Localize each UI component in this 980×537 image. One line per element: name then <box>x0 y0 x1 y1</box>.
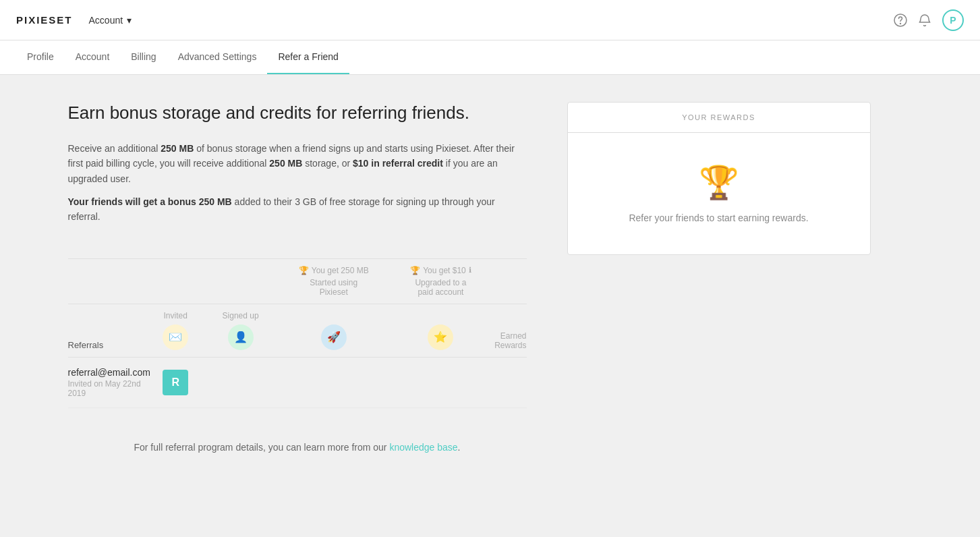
tab-refer-a-friend[interactable]: Refer a Friend <box>267 40 349 74</box>
signedup-label: Signed up <box>200 311 280 320</box>
rewards-header: YOUR REWARDS <box>568 103 870 133</box>
referral-earned-cell <box>494 357 526 407</box>
envelope-icon: ✉️ <box>163 324 188 350</box>
col-using-header: 🏆 You get 250 MB Started using Pixieset <box>281 258 387 304</box>
bold-250mb-1: 250 MB <box>161 143 194 154</box>
col-earned-header <box>494 258 526 304</box>
content-layout: Earn bonus storage and credits for refer… <box>68 102 913 453</box>
referral-avatar: R <box>163 370 188 395</box>
col-using-icon-cell: 🚀 <box>281 304 387 357</box>
referrals-table: 🏆 You get 250 MB Started using Pixieset … <box>68 258 527 408</box>
referral-avatar-cell: R <box>150 357 201 407</box>
referral-date: Invited on May 22nd 2019 <box>68 379 150 398</box>
tab-account[interactable]: Account <box>65 40 121 74</box>
col-referrals-empty <box>68 258 150 304</box>
col-invited-icon-cell: Invited ✉️ <box>150 304 201 357</box>
footer-prefix: For full referral program details, you c… <box>134 442 389 453</box>
content-left: Earn bonus storage and credits for refer… <box>68 102 527 453</box>
col-earned-rewards-label: Earned Rewards <box>494 304 526 357</box>
col-signedup-icon-cell: Signed up 👤 <box>200 304 280 357</box>
table-icon-row: Referrals Invited ✉️ Signed up 👤 🚀 <box>68 304 527 357</box>
question-icon <box>894 13 907 27</box>
chevron-down-icon: ▾ <box>127 15 132 26</box>
rewards-box: YOUR REWARDS 🏆 Refer your friends to sta… <box>567 102 871 255</box>
help-button[interactable] <box>894 13 907 27</box>
referral-email: referral@email.com <box>68 367 150 378</box>
trophy-icon-upgraded: 🏆 <box>410 266 420 275</box>
desc-paragraph-1: Receive an additional 250 MB of bonus st… <box>68 141 527 186</box>
rewards-body: 🏆 Refer your friends to start earning re… <box>568 133 870 254</box>
col-referrals-label: Referrals <box>68 304 150 357</box>
notifications-button[interactable] <box>918 13 931 27</box>
trophy-large-icon: 🏆 <box>699 164 739 202</box>
col-upgraded-sub: Upgraded to a paid account <box>387 278 494 297</box>
footer-text: For full referral program details, you c… <box>68 442 527 453</box>
nav-tabs: Profile Account Billing Advanced Setting… <box>0 40 980 75</box>
col-signedup-header <box>200 258 280 304</box>
col-using-reward: 🏆 You get 250 MB <box>281 266 387 275</box>
logo: PIXIESET <box>16 14 73 26</box>
col-upgraded-header: 🏆 You get $10 ℹ Upgraded to a paid accou… <box>387 258 494 304</box>
col-upgraded-icon-cell: ⭐ <box>387 304 494 357</box>
col-invited-header <box>150 258 201 304</box>
tab-billing[interactable]: Billing <box>120 40 167 74</box>
header: PIXIESET Account ▾ P <box>0 0 980 40</box>
header-left: PIXIESET Account ▾ <box>16 14 132 26</box>
referral-upgraded-cell <box>387 357 494 407</box>
footer-suffix: . <box>458 442 461 453</box>
bold-friends-bonus: Your friends will get a bonus 250 MB <box>68 196 232 207</box>
referral-signedup-cell <box>200 357 280 407</box>
bell-icon <box>918 13 931 27</box>
referrals-section: 🏆 You get 250 MB Started using Pixieset … <box>68 258 527 408</box>
col-upgraded-reward: 🏆 You get $10 ℹ <box>387 266 494 275</box>
header-right: P <box>894 9 964 31</box>
tab-profile[interactable]: Profile <box>16 40 65 74</box>
referral-info: referral@email.com Invited on May 22nd 2… <box>68 357 150 407</box>
user-avatar[interactable]: P <box>942 9 964 31</box>
invited-label: Invited <box>150 311 201 320</box>
table-row: referral@email.com Invited on May 22nd 2… <box>68 357 527 407</box>
account-menu-label: Account <box>89 15 123 26</box>
main-content: Earn bonus storage and credits for refer… <box>52 75 929 480</box>
star-icon: ⭐ <box>428 324 453 350</box>
trophy-icon-using: 🏆 <box>299 266 309 275</box>
col-using-sub: Started using Pixieset <box>281 278 387 297</box>
rewards-panel: YOUR REWARDS 🏆 Refer your friends to sta… <box>567 102 871 255</box>
rocket-icon: 🚀 <box>321 324 347 350</box>
desc-paragraph-2: Your friends will get a bonus 250 MB add… <box>68 194 527 225</box>
referral-using-cell <box>281 357 387 407</box>
info-icon[interactable]: ℹ <box>469 266 471 275</box>
svg-point-1 <box>900 23 901 24</box>
page-heading: Earn bonus storage and credits for refer… <box>68 102 527 125</box>
bold-10-credit: $10 in referral credit <box>353 158 443 169</box>
bold-250mb-2: 250 MB <box>269 158 302 169</box>
table-column-labels: 🏆 You get 250 MB Started using Pixieset … <box>68 258 527 304</box>
person-icon: 👤 <box>228 324 254 350</box>
account-menu[interactable]: Account ▾ <box>89 15 132 26</box>
tab-advanced-settings[interactable]: Advanced Settings <box>167 40 268 74</box>
knowledge-base-link[interactable]: knowledge base <box>389 442 457 453</box>
rewards-empty-text: Refer your friends to start earning rewa… <box>629 213 808 223</box>
